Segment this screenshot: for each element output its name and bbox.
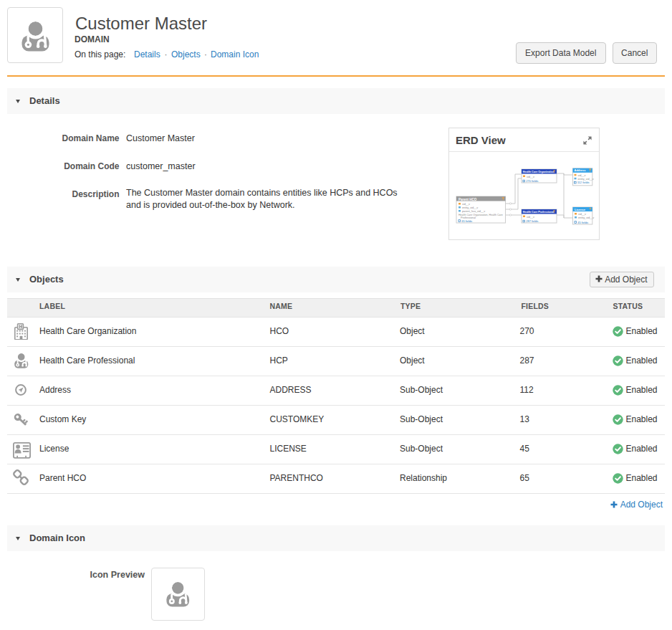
svg-text:entity_vid__v: entity_vid__v — [578, 178, 594, 181]
svg-text:45 fields: 45 fields — [577, 221, 588, 224]
svg-text:vid__v: vid__v — [578, 213, 586, 216]
svg-text:entity_vid__v: entity_vid__v — [462, 206, 478, 209]
svg-text:65 fields: 65 fields — [461, 219, 472, 223]
svg-text:entity_vid__v: entity_vid__v — [578, 216, 594, 219]
svg-text:vid__v: vid__v — [527, 176, 534, 178]
svg-text:vid__v: vid__v — [527, 216, 534, 219]
svg-text:287 fields: 287 fields — [526, 219, 538, 223]
svg-text:Health Care Organization: Health Care Organization — [523, 171, 555, 173]
svg-text:Parent HCO: Parent HCO — [459, 198, 477, 201]
svg-text:vid__v: vid__v — [462, 203, 470, 206]
svg-text:112 fields: 112 fields — [577, 181, 590, 184]
svg-text:parent_hco_vid__v: parent_hco_vid__v — [462, 210, 485, 213]
svg-text:vid__v: vid__v — [578, 174, 586, 177]
svg-text:270 fields: 270 fields — [526, 179, 538, 183]
svg-text:Health Care Professional: Health Care Professional — [523, 211, 555, 214]
svg-text:Address: Address — [575, 168, 587, 172]
svg-text:License: License — [575, 208, 586, 211]
